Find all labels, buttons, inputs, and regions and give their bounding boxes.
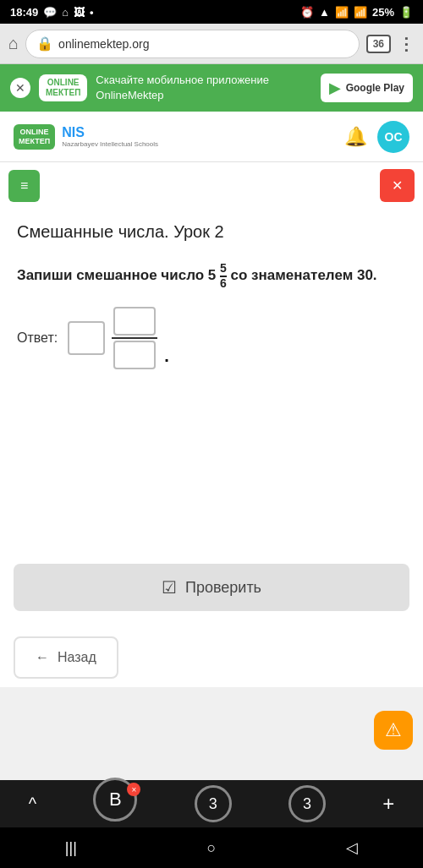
answer-dot: .	[164, 347, 169, 366]
site-header: ONLINE МЕКТЕП NIS Nazarbayev Intellectua…	[0, 112, 423, 162]
fraction-denominator: 6	[220, 277, 227, 290]
back-label: Назад	[58, 650, 96, 665]
back-btn-container: ← Назад	[0, 628, 423, 687]
time-display: 18:49	[10, 6, 38, 19]
message-icon: 💬	[43, 6, 57, 19]
b-icon: B	[109, 789, 122, 811]
url-text: onlinemektep.org	[58, 37, 149, 51]
back-arrow-icon: ←	[36, 650, 49, 665]
tab-3a-icon: 3	[209, 795, 217, 813]
signal1-icon: 📶	[335, 6, 349, 19]
browser-menu-icon[interactable]: ⋮	[398, 34, 415, 54]
fraction-display: 5 6	[220, 262, 227, 290]
system-recent-button[interactable]: |||	[65, 839, 77, 857]
app-banner: ✕ ONLINE МЕКТЕП Скачайте мобильное прило…	[0, 64, 423, 112]
whole-number-input[interactable]	[68, 321, 105, 355]
back-button[interactable]: ← Назад	[14, 636, 118, 679]
add-icon: +	[382, 792, 394, 816]
browser-url-box[interactable]: 🔒 onlinemektep.org	[25, 30, 360, 58]
fraction-numerator: 5	[220, 262, 227, 275]
play-arrow-icon: ▶	[329, 79, 341, 97]
check-label: Проверить	[185, 579, 261, 597]
photo-icon: 🖼	[74, 6, 85, 19]
mixed-number-display: 5 6	[220, 262, 227, 290]
online-mektep-logo: ONLINE МЕКТЕП	[14, 124, 55, 150]
banner-close-button[interactable]: ✕	[10, 78, 30, 98]
answer-label: Ответ:	[17, 330, 58, 346]
tab-3b-circle[interactable]: 3	[288, 785, 326, 822]
logo-group: ONLINE МЕКТЕП NIS Nazarbayev Intellectua…	[14, 124, 158, 150]
notification-bell-icon[interactable]: 🔔	[344, 126, 367, 148]
main-content: Смешанные числа. Урок 2 Запиши смешанное…	[0, 209, 423, 547]
system-back-button[interactable]: ◁	[346, 838, 358, 857]
question-suffix: со знаменателем 30.	[231, 267, 377, 283]
warning-icon: ⚠	[385, 719, 402, 741]
close-button[interactable]: ✕	[380, 169, 415, 202]
signal2-icon: 📶	[354, 6, 367, 19]
answer-row: Ответ: .	[17, 307, 406, 369]
fraction-input-group	[112, 307, 157, 369]
fraction-input-line	[112, 337, 157, 339]
check-button[interactable]: ☑ Проверить	[14, 564, 409, 611]
lesson-controls: ≡ ✕	[0, 162, 423, 209]
close-icon: ✕	[392, 178, 403, 193]
nis-logo: NIS Nazarbayev Intellectual Schools	[62, 125, 158, 148]
wifi-icon: ▲	[319, 6, 330, 19]
banner-logo: ONLINE МЕКТЕП	[39, 74, 87, 101]
nav-tab-3a[interactable]: 3	[195, 785, 232, 822]
user-avatar[interactable]: OC	[377, 121, 409, 153]
alarm-icon: ⏰	[300, 6, 314, 19]
question-text: Запиши смешанное число 5 5 6 со знаменат…	[17, 262, 406, 290]
browser-home-icon[interactable]: ⌂	[8, 34, 19, 53]
tab-3b-icon: 3	[303, 795, 311, 813]
status-bar: 18:49 💬 ⌂ 🖼 • ⏰ ▲ 📶 📶 25% 🔋	[0, 0, 423, 24]
nav-tab-b[interactable]: B ×	[93, 786, 137, 822]
system-nav: ||| ○ ◁	[0, 827, 423, 868]
menu-button[interactable]: ≡	[8, 170, 40, 202]
warning-fab-button[interactable]: ⚠	[374, 711, 413, 750]
system-home-button[interactable]: ○	[207, 839, 217, 857]
battery-icon: 🔋	[399, 6, 413, 19]
denominator-input[interactable]	[113, 341, 156, 369]
google-play-button[interactable]: ▶ Google Play	[321, 74, 413, 102]
banner-text: Скачайте мобильное приложение OnlineMekt…	[96, 73, 311, 103]
tab-3a-circle[interactable]: 3	[195, 785, 232, 822]
nav-add-button[interactable]: +	[382, 792, 394, 816]
numerator-input[interactable]	[113, 307, 156, 336]
menu-icon: ≡	[20, 178, 28, 193]
nav-tab-3b[interactable]: 3	[288, 785, 326, 822]
tab-badge: ×	[127, 783, 140, 796]
status-time-section: 18:49 💬 ⌂ 🖼 •	[10, 6, 94, 19]
status-right-section: ⏰ ▲ 📶 📶 25% 🔋	[300, 6, 413, 19]
expand-icon: ^	[29, 794, 36, 814]
check-btn-container: ☑ Проверить	[0, 547, 423, 628]
home-icon: ⌂	[62, 6, 69, 19]
bottom-nav: ^ B × 3 3 +	[0, 780, 423, 827]
google-play-label: Google Play	[346, 82, 404, 94]
nav-expand-button[interactable]: ^	[29, 794, 36, 814]
battery-display: 25%	[372, 6, 394, 19]
dot-icon: •	[90, 6, 94, 19]
question-prefix: Запиши смешанное число 5	[17, 267, 216, 283]
lesson-title: Смешанные числа. Урок 2	[17, 222, 406, 242]
check-icon: ☑	[162, 577, 177, 598]
lock-icon: 🔒	[36, 35, 53, 52]
browser-bar: ⌂ 🔒 onlinemektep.org 36 ⋮	[0, 24, 423, 64]
tab-count[interactable]: 36	[366, 35, 391, 53]
active-tab-circle[interactable]: B ×	[93, 778, 137, 822]
